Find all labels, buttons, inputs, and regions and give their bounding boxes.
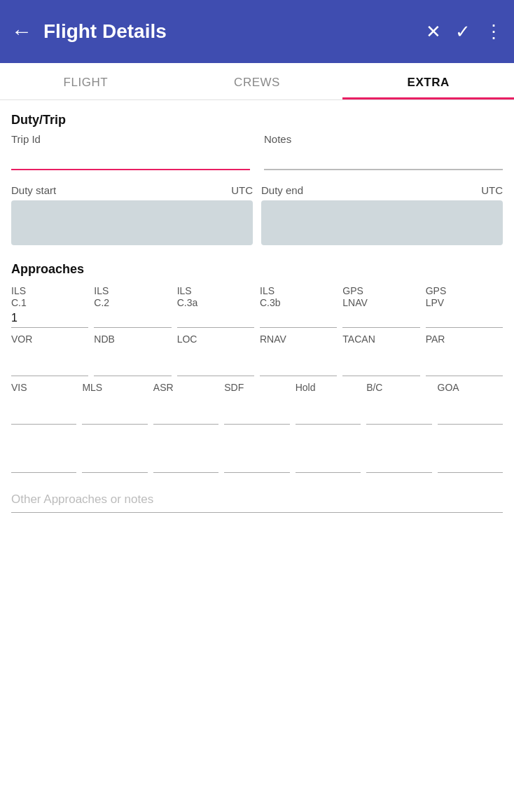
- approach-label-row1-1: ILSC.2: [94, 285, 109, 310]
- approach-input-row2-3[interactable]: [260, 359, 337, 376]
- approach-col-row4-0: [11, 430, 76, 473]
- approach-input-row3-5[interactable]: [366, 407, 431, 425]
- approach-label-row4-4: [296, 430, 298, 455]
- approach-input-row3-6[interactable]: [438, 407, 503, 425]
- approach-input-row3-3[interactable]: [224, 407, 289, 425]
- back-button[interactable]: ←: [11, 20, 32, 43]
- approach-input-row4-1[interactable]: [82, 455, 147, 473]
- approach-label-row4-0: [11, 430, 14, 455]
- approach-col-row2-1: NDB: [94, 333, 171, 376]
- approach-col-row2-2: LOC: [177, 333, 254, 376]
- approach-input-row1-5[interactable]: [426, 310, 503, 328]
- approaches-row3: VISMLSASRSDFHoldB/CGOA: [11, 382, 503, 425]
- approach-input-row4-0[interactable]: [11, 455, 76, 473]
- approach-col-row1-1: ILSC.2: [94, 285, 171, 328]
- approach-input-row4-4[interactable]: [296, 455, 361, 473]
- duty-end-label: Duty end: [261, 184, 303, 196]
- approach-label-row2-2: LOC: [177, 333, 197, 359]
- approach-col-row4-3: [224, 430, 289, 473]
- trip-id-input[interactable]: [11, 149, 250, 170]
- approach-label-row4-1: [82, 430, 85, 455]
- approaches-row4: [11, 430, 503, 473]
- approach-col-row1-4: GPSLNAV: [342, 285, 419, 328]
- approach-input-row2-1[interactable]: [94, 359, 171, 376]
- approach-input-row1-3[interactable]: [260, 310, 337, 328]
- approach-col-row4-5: [366, 430, 431, 473]
- other-approaches-input[interactable]: [11, 487, 503, 513]
- duty-row: Duty start UTC Duty end UTC: [11, 184, 503, 245]
- approach-input-row2-0[interactable]: [11, 359, 88, 376]
- approach-col-row3-3: SDF: [224, 382, 289, 425]
- approach-input-row2-4[interactable]: [342, 359, 419, 376]
- approach-label-row1-2: ILSC.3a: [177, 285, 198, 310]
- approach-input-row4-3[interactable]: [224, 455, 289, 473]
- duty-end-label-row: Duty end UTC: [261, 184, 503, 196]
- approach-label-row1-4: GPSLNAV: [342, 285, 368, 310]
- approach-col-row4-2: [153, 430, 218, 473]
- duty-end-input[interactable]: [261, 200, 503, 245]
- approach-col-row3-5: B/C: [366, 382, 431, 425]
- duty-start-input[interactable]: [11, 200, 253, 245]
- approaches-title: Approaches: [11, 262, 503, 277]
- more-icon[interactable]: ⋮: [485, 21, 503, 43]
- approach-col-row2-0: VOR: [11, 333, 88, 376]
- header: ← Flight Details ✕ ✓ ⋮: [0, 0, 514, 63]
- approach-input-row4-2[interactable]: [153, 455, 218, 473]
- approach-label-row4-6: [438, 430, 440, 455]
- approach-label-row1-3: ILSC.3b: [260, 285, 281, 310]
- trip-id-label: Trip Id: [11, 133, 250, 145]
- notes-input[interactable]: [264, 149, 503, 170]
- tab-crews[interactable]: CREWS: [172, 63, 343, 99]
- trip-notes-row: Trip Id Notes: [11, 133, 503, 170]
- approach-label-row3-5: B/C: [366, 382, 382, 407]
- approach-input-row1-1[interactable]: [94, 310, 171, 328]
- approach-input-row4-5[interactable]: [366, 455, 431, 473]
- approach-col-row1-2: ILSC.3a: [177, 285, 254, 328]
- approach-col-row3-0: VIS: [11, 382, 76, 425]
- approach-input-row2-5[interactable]: [426, 359, 503, 376]
- approach-input-row3-1[interactable]: [82, 407, 147, 425]
- duty-end-field: Duty end UTC: [261, 184, 503, 245]
- approach-label-row2-3: RNAV: [260, 333, 286, 359]
- approach-col-row2-4: TACAN: [342, 333, 419, 376]
- tab-extra[interactable]: EXTRA: [342, 63, 514, 99]
- approach-input-row3-0[interactable]: [11, 407, 76, 425]
- approach-label-row4-5: [366, 430, 369, 455]
- approach-col-row2-3: RNAV: [260, 333, 337, 376]
- approach-input-row2-2[interactable]: [177, 359, 254, 376]
- approach-col-row3-4: Hold: [296, 382, 361, 425]
- approach-label-row3-2: ASR: [153, 382, 174, 407]
- approach-label-row2-4: TACAN: [342, 333, 375, 359]
- approach-label-row3-4: Hold: [296, 382, 316, 407]
- approach-input-row3-4[interactable]: [296, 407, 361, 425]
- approach-label-row3-1: MLS: [82, 382, 102, 407]
- approach-input-row3-2[interactable]: [153, 407, 218, 425]
- approach-col-row1-3: ILSC.3b: [260, 285, 337, 328]
- approach-col-row4-1: [82, 430, 147, 473]
- tab-flight[interactable]: FLIGHT: [0, 63, 172, 99]
- approach-input-row1-2[interactable]: [177, 310, 254, 328]
- notes-field: Notes: [264, 133, 503, 170]
- duty-end-utc: UTC: [481, 184, 503, 196]
- close-icon[interactable]: ✕: [426, 21, 441, 43]
- approach-label-row2-1: NDB: [94, 333, 115, 359]
- trip-id-field: Trip Id: [11, 133, 264, 170]
- approach-col-row1-0: ILSC.1: [11, 285, 88, 328]
- other-approaches-field: [11, 487, 503, 513]
- approach-col-row3-1: MLS: [82, 382, 147, 425]
- approaches-row2: VORNDBLOCRNAVTACANPAR: [11, 333, 503, 376]
- approach-label-row4-3: [224, 430, 227, 455]
- approach-label-row3-6: GOA: [438, 382, 459, 407]
- approach-input-row4-6[interactable]: [438, 455, 503, 473]
- approach-label-row2-5: PAR: [426, 333, 445, 359]
- check-icon[interactable]: ✓: [455, 21, 471, 43]
- tab-bar: FLIGHT CREWS EXTRA: [0, 63, 514, 100]
- approach-input-row1-0[interactable]: [11, 310, 88, 328]
- approach-col-row3-6: GOA: [438, 382, 503, 425]
- approach-col-row2-5: PAR: [426, 333, 503, 376]
- approach-input-row1-4[interactable]: [342, 310, 419, 328]
- approach-label-row2-0: VOR: [11, 333, 32, 359]
- page-title: Flight Details: [43, 20, 426, 43]
- approach-label-row4-2: [153, 430, 156, 455]
- approaches-row1: ILSC.1ILSC.2ILSC.3aILSC.3bGPSLNAVGPSLPV: [11, 285, 503, 328]
